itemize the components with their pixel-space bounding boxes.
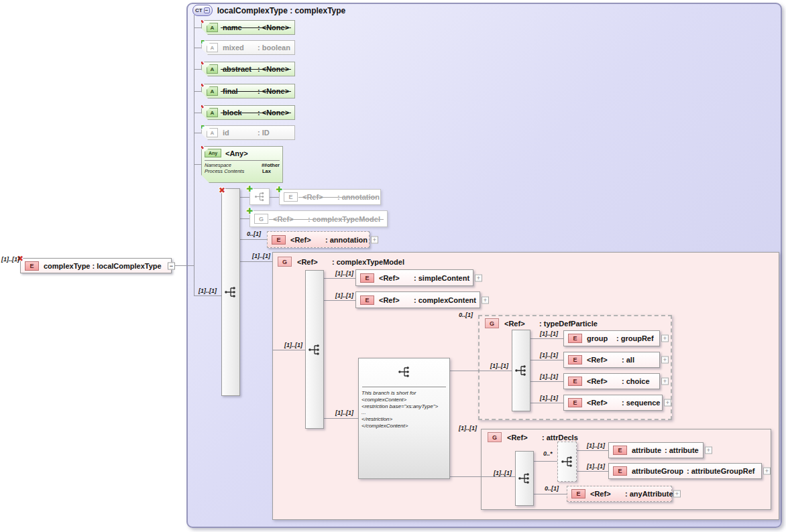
strikethrough: [298, 197, 377, 198]
group-icon: G: [485, 318, 499, 328]
element-attributeGroup[interactable]: E attributeGroup: attributeGroupRef +: [608, 463, 762, 479]
group-icon: G: [488, 432, 502, 442]
any-wildcard[interactable]: ✖ Any <Any> Namespace##other Process Con…: [201, 146, 283, 183]
connector-line: [194, 27, 201, 28]
connector-line: [240, 218, 249, 219]
element-icon: E: [568, 398, 582, 407]
cardinality-label: [1]..[1]: [540, 330, 558, 337]
element-anyAttribute[interactable]: E <Ref>: anyAttribute +: [567, 486, 672, 502]
element-attribute[interactable]: E attribute: attribute +: [608, 442, 704, 458]
divider: [362, 387, 446, 387]
expand-button[interactable]: +: [705, 447, 712, 454]
attribute-block[interactable]: ✖ A block: <None>: [201, 105, 295, 120]
element-type: : annotation: [325, 236, 368, 244]
attribute-abstract[interactable]: ✖ A abstract: <None>: [201, 62, 295, 76]
group-header-attrDecls: G <Ref>: attrDecls: [488, 432, 578, 442]
element-label: attributeGroup: [632, 467, 683, 475]
cardinality-label: 0..*: [543, 450, 553, 457]
group-icon: G: [254, 214, 268, 224]
element-sequence[interactable]: E <Ref>: sequence +: [563, 395, 663, 411]
collapse-button[interactable]: −: [168, 262, 175, 269]
any-prop-label: Process Contents: [205, 168, 262, 174]
attribute-icon: A: [207, 43, 218, 52]
connector-line: [324, 278, 355, 279]
any-prop-label: Namespace: [205, 162, 262, 168]
cardinality-label: 0..[1]: [545, 485, 559, 492]
sequence-icon: [224, 285, 237, 299]
choice-compositor-typeDefParticle[interactable]: [512, 330, 530, 411]
expand-button[interactable]: +: [482, 296, 489, 304]
group-ref: <Ref>: [297, 258, 332, 266]
choice-icon: [561, 455, 574, 468]
note-line: ...: [361, 409, 447, 416]
expand-button[interactable]: +: [475, 274, 482, 281]
diagram-title: localComplexType : complexType: [217, 6, 346, 15]
connector-rail: [194, 15, 194, 296]
element-type: : groupRef: [616, 334, 654, 342]
sequence-compositor-attrDecls[interactable]: [515, 451, 534, 506]
element-icon: E: [613, 466, 627, 476]
element-icon: E: [568, 334, 582, 343]
expand-button[interactable]: +: [661, 335, 669, 342]
element-icon: E: [571, 489, 585, 498]
element-label: attribute: [632, 446, 661, 454]
choice-compositor-attributes[interactable]: [557, 442, 577, 482]
connector-line: [530, 338, 563, 339]
schema-diagram-canvas: CT − localComplexType : complexType [1].…: [0, 0, 786, 532]
connector-line: [270, 197, 279, 198]
connector-line: [194, 113, 201, 113]
element-icon: E: [360, 273, 374, 283]
note-line: This branch is short for: [361, 390, 447, 397]
element-ref: <Ref>: [587, 356, 622, 364]
cardinality-label: [1]..[1]: [494, 470, 512, 476]
element-icon: E: [25, 261, 39, 271]
element-complexType-root[interactable]: ✖ E complexType : localComplexType −: [20, 258, 172, 273]
expand-button[interactable]: +: [661, 378, 669, 385]
choice-compositor-model[interactable]: [305, 270, 324, 429]
ghost-element-annotation[interactable]: ✚ E <Ref>: annotation: [279, 189, 381, 205]
connector-line: [530, 360, 563, 360]
connector-line: [450, 371, 512, 371]
element-label: complexType : localComplexType: [44, 262, 162, 270]
element-icon: E: [568, 355, 582, 364]
expand-button[interactable]: +: [664, 399, 671, 407]
element-ref: <Ref>: [587, 399, 622, 407]
attribute-final[interactable]: ✖ A final: <None>: [201, 84, 295, 98]
attribute-name[interactable]: ✖ A name: <None>: [201, 20, 295, 35]
cardinality-label: [1]..[1]: [335, 409, 353, 416]
connector-line: [450, 476, 515, 477]
connector-line: [577, 450, 608, 451]
cardinality-label: [1]..[1]: [252, 253, 270, 259]
element-choice[interactable]: E <Ref>: choice +: [563, 373, 660, 389]
collapse-icon[interactable]: −: [204, 7, 210, 13]
ghost-compositor[interactable]: ✚: [249, 188, 270, 205]
attr-type: : boolean: [258, 44, 290, 52]
element-ref: <Ref>: [590, 490, 625, 498]
ghost-group-complexTypeModel[interactable]: ✚ G <Ref>: complexTypeModel: [249, 210, 388, 227]
sequence-icon: [254, 191, 266, 202]
element-all[interactable]: E <Ref>: all +: [563, 352, 660, 368]
cardinality-label: [1]..[1]: [199, 287, 217, 294]
attribute-mixed[interactable]: ✚ A mixed: boolean: [201, 40, 295, 55]
expand-button[interactable]: +: [661, 356, 669, 364]
expand-button[interactable]: +: [371, 236, 378, 243]
element-ref: <Ref>: [290, 236, 325, 244]
connector-line: [194, 69, 201, 70]
sequence-compositor-main[interactable]: ✖: [221, 188, 240, 396]
element-icon: E: [284, 192, 298, 202]
divider: [205, 160, 280, 161]
element-group[interactable]: E group: groupRef +: [563, 330, 660, 346]
cardinality-label: [1]..[1]: [490, 362, 508, 369]
connector-line: [194, 91, 201, 92]
attribute-id[interactable]: ✚ A id: ID: [201, 125, 295, 140]
element-simpleContent[interactable]: E <Ref>: simpleContent +: [355, 269, 473, 286]
element-complexContent[interactable]: E <Ref>: complexContent +: [355, 291, 480, 308]
note-line: </restriction>: [361, 416, 447, 423]
strikethrough: [221, 91, 291, 92]
sequence-icon: [518, 472, 531, 485]
cardinality-label: [1]..[1]: [540, 395, 558, 401]
expand-button[interactable]: +: [673, 490, 681, 498]
expand-button[interactable]: +: [763, 468, 771, 475]
element-annotation[interactable]: E <Ref>: annotation +: [267, 231, 370, 248]
any-icon: Any: [205, 149, 221, 157]
